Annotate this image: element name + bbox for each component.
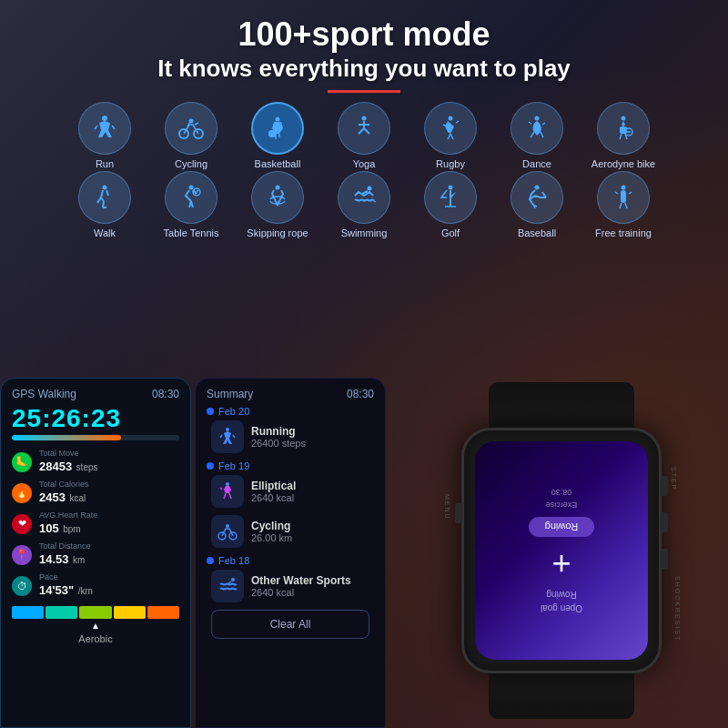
entry-elliptical-name: Elliptical [251,480,296,492]
bar-seg-3 [79,606,111,619]
run-icon [90,114,119,143]
freetraining-icon-circle [597,171,650,224]
skipping-label: Skipping rope [247,228,308,238]
stat-label-move: Total Move [39,450,98,458]
dance-icon-circle [511,102,563,155]
watch-rowing: Rowing [546,590,576,600]
header: 100+sport mode It knows everything you w… [0,0,728,93]
aerobic-arrow: ▲ [12,621,179,631]
tabletennis-icon [177,183,206,212]
skipping-icon [263,183,292,212]
bottom-section: GPS Walking 08:30 25:26:23 🦶 Total Move … [0,373,728,728]
watch-menu-label: MENU [444,494,450,521]
svg-point-3 [189,118,194,123]
entry-elliptical-value: 2640 kcal [251,492,296,503]
sport-dance[interactable]: Dance [494,102,581,169]
rugby-label: Rugby [436,158,465,169]
svg-point-4 [276,116,280,121]
svg-point-10 [622,116,626,120]
stat-heart-rate: ❤ AVG.Heart Rate 105 bpm [12,511,179,536]
sport-walk[interactable]: Walk [62,171,148,238]
svg-point-15 [189,185,194,189]
page-content: 100+sport mode It knows everything you w… [0,0,728,728]
summary-panel: Summary 08:30 Feb 20 Running 26400 steps [195,378,386,728]
bar-seg-4 [114,606,146,619]
sport-skipping[interactable]: Skipping rope [235,171,321,238]
watch-button-mid[interactable] [661,512,668,532]
sport-tabletennis[interactable]: Table Tennis [148,171,235,238]
sport-run[interactable]: Run [62,102,148,169]
sport-rugby[interactable]: Rugby [408,102,494,169]
sport-freetraining[interactable]: Free training [581,171,667,238]
progress-bar-fill [12,435,121,440]
watch-button-bot[interactable] [661,549,668,569]
svg-rect-24 [621,190,626,203]
bar-seg-2 [46,606,77,619]
walk-icon-circle [78,171,131,224]
summary-panel-title: Summary [207,388,253,400]
entry-water-value: 2640 kcal [251,587,351,598]
sport-basketball[interactable]: Basketball [235,102,321,169]
entry-cycling-name: Cycling [251,520,292,532]
watch-container: STEP SHOCK RESIST MENU Open goal Rowing … [395,382,728,728]
svg-point-19 [368,186,372,190]
running-entry-icon [211,420,244,453]
entry-cycling-value: 26.00 km [251,532,292,543]
sport-swimming[interactable]: Swimming [321,171,408,238]
sport-golf[interactable]: Golf [408,171,494,238]
aerodyne-icon [609,114,638,143]
accent-line [328,90,400,93]
stat-icon-move: 🦶 [12,452,32,472]
walk-icon [90,183,119,212]
watch-body: STEP SHOCK RESIST MENU Open goal Rowing … [461,428,662,673]
svg-point-25 [226,428,229,431]
date-feb19: Feb 19 [207,460,374,471]
summary-panel-time: 08:30 [347,388,374,400]
run-icon-circle [78,102,131,155]
stat-icon-distance: 📍 [12,545,32,565]
dance-icon [522,114,551,143]
svg-point-20 [449,185,453,189]
watch-exercise-label: Exercise [546,500,578,510]
entry-water-name: Other Water Sports [251,574,351,587]
watch-button-menu[interactable] [455,503,462,523]
watch-button-step[interactable] [661,476,668,496]
golf-icon-circle [424,171,477,224]
bar-seg-5 [147,606,179,619]
date-feb18: Feb 18 [207,555,374,566]
swimming-icon [349,183,379,212]
svg-point-30 [231,578,235,581]
basketball-label: Basketball [255,158,301,169]
swimming-label: Swimming [341,228,388,238]
sport-yoga[interactable]: Yoga [321,102,408,169]
sport-aerodyne[interactable]: Aerodyne bike [581,102,667,169]
stat-value-calories: 2453 [39,490,66,504]
watersports-icon [217,575,238,597]
stat-total-move: 🦶 Total Move 28453 steps [12,450,179,474]
gps-timer: 25:26:23 [12,404,179,433]
baseball-icon [522,183,551,212]
stat-calories: 🔥 Total Calories 2453 kcal [12,480,179,505]
tabletennis-label: Table Tennis [164,228,219,238]
watch-pill-label: Rowing [529,517,595,537]
baseball-icon-circle [511,171,563,224]
dance-label: Dance [522,158,551,169]
bar-seg-1 [12,606,44,619]
main-subtitle: It knows everything you want to play [0,55,728,83]
sport-cycling[interactable]: Cycling [148,102,235,169]
run-label: Run [96,158,114,169]
entry-elliptical: Elliptical 2640 kcal [207,475,374,508]
watch-plus-sign: + [551,544,571,582]
stat-value-pace: 14'53" [39,583,74,597]
watch-screen: Open goal Rowing + Rowing Exercise 08:30 [475,441,648,660]
aerobic-bar [12,604,179,621]
stat-pace: ⏱ Pace 14'53" /km [12,573,179,598]
stat-icon-heart: ❤ [12,514,32,534]
clear-all-button[interactable]: Clear All [211,610,369,639]
aerodyne-label: Aerodyne bike [592,158,655,169]
progress-bar [12,435,179,440]
sport-grid: Run Cycling [0,102,728,240]
rugby-icon [436,114,465,143]
sport-baseball[interactable]: Baseball [494,171,581,238]
yoga-icon-circle [338,102,390,155]
